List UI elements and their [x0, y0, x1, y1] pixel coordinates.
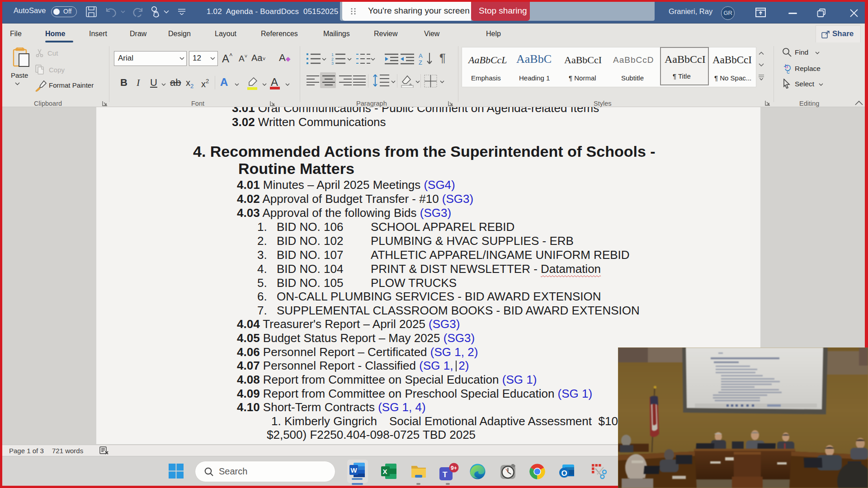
svg-text:c: c — [787, 68, 790, 75]
svg-text:T: T — [443, 470, 448, 479]
svg-text:3: 3 — [331, 61, 334, 65]
svg-text:Z: Z — [419, 59, 422, 66]
svg-text:O: O — [561, 469, 567, 478]
svg-text:9+: 9+ — [451, 465, 457, 471]
svg-text:W: W — [351, 466, 358, 474]
svg-text:X: X — [383, 468, 387, 475]
svg-text:A: A — [419, 52, 423, 59]
svg-text:1: 1 — [331, 53, 334, 57]
